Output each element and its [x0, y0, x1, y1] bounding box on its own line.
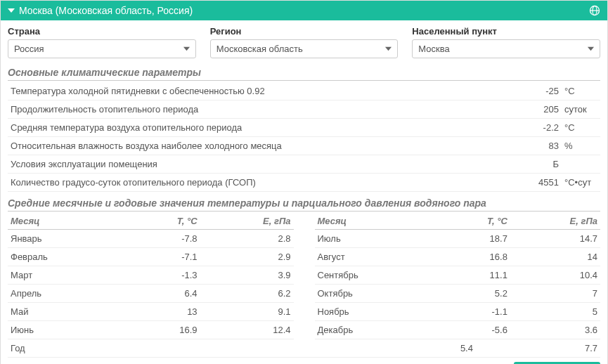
month-t: 16.8 [440, 248, 510, 266]
month-t: -5.6 [440, 321, 510, 339]
param-row: Средняя температура воздуха отопительног… [8, 119, 600, 137]
param-value: -2.2 [514, 119, 562, 137]
month-name: Январь [8, 230, 127, 248]
param-value: 205 [514, 100, 562, 119]
param-name: Средняя температура воздуха отопительног… [8, 119, 514, 137]
col-e: E, гПа [200, 213, 294, 230]
caret-down-icon [8, 7, 15, 14]
month-e: 7 [510, 285, 600, 303]
country-value: Россия [14, 44, 44, 54]
param-unit: °C•сут [562, 174, 600, 192]
month-t: 13 [127, 303, 200, 321]
city-select[interactable]: Москва [412, 39, 600, 58]
chevron-down-icon [183, 46, 190, 52]
param-name: Количество градусо-суток отопительного п… [8, 174, 514, 192]
col-t: T, °C [440, 213, 510, 230]
month-row: Апрель6.46.2 [8, 285, 294, 303]
month-name: Май [8, 303, 127, 321]
svg-marker-4 [183, 47, 190, 51]
month-row: Сентябрь11.110.4 [315, 266, 601, 285]
month-t: 5.2 [440, 285, 510, 303]
param-value: -25 [514, 82, 562, 100]
month-e: 6.2 [200, 285, 294, 303]
param-name: Относительная влажность воздуха наиболее… [8, 137, 514, 155]
month-name: Март [8, 266, 127, 285]
monthly-table-right: Месяц T, °C E, гПа Июль18.714.7Август16.… [315, 213, 601, 339]
city-label: Населенный пункт [412, 26, 600, 37]
param-row: Продолжительность отопительного периода2… [8, 100, 600, 119]
month-row: Июль18.714.7 [315, 230, 601, 248]
chevron-down-icon [588, 46, 594, 52]
monthly-section-title: Средние месячные и годовые значения темп… [8, 197, 600, 212]
year-row: Год 5.4 7.7 [8, 339, 600, 358]
chevron-down-icon [385, 46, 392, 52]
panel-title: Москва (Московская область, Россия) [19, 5, 193, 16]
month-name: Июнь [8, 321, 127, 339]
month-t: 6.4 [127, 285, 200, 303]
param-name: Условия эксплуатации помещения [8, 155, 514, 174]
month-t: 16.9 [127, 321, 200, 339]
month-row: Март-1.33.9 [8, 266, 294, 285]
month-row: Июнь16.912.4 [8, 321, 294, 339]
year-label: Год [8, 339, 304, 357]
month-row: Февраль-7.12.9 [8, 248, 294, 266]
param-row: Количество градусо-суток отопительного п… [8, 174, 600, 192]
col-month: Месяц [315, 213, 441, 230]
year-t: 5.4 [304, 339, 476, 357]
country-select[interactable]: Россия [8, 39, 196, 58]
month-name: Апрель [8, 285, 127, 303]
monthly-table-left: Месяц T, °C E, гПа Январь-7.82.8Февраль-… [8, 213, 294, 339]
month-e: 9.1 [200, 303, 294, 321]
col-t: T, °C [127, 213, 200, 230]
param-unit: суток [562, 100, 600, 119]
param-row: Относительная влажность воздуха наиболее… [8, 137, 600, 155]
month-e: 3.6 [510, 321, 600, 339]
month-row: Декабрь-5.63.6 [315, 321, 601, 339]
month-name: Декабрь [315, 321, 441, 339]
month-name: Октябрь [315, 285, 441, 303]
region-select[interactable]: Московская область [210, 39, 399, 58]
month-e: 3.9 [200, 266, 294, 285]
month-e: 5 [510, 303, 600, 321]
month-t: 18.7 [440, 230, 510, 248]
month-row: Ноябрь-1.15 [315, 303, 601, 321]
svg-marker-0 [8, 8, 15, 13]
params-table: Температура холодной пятидневки с обеспе… [8, 82, 600, 192]
svg-marker-5 [385, 47, 392, 51]
param-name: Продолжительность отопительного периода [8, 100, 514, 119]
month-name: Июль [315, 230, 441, 248]
month-e: 2.9 [200, 248, 294, 266]
month-row: Август16.814 [315, 248, 601, 266]
param-row: Температура холодной пятидневки с обеспе… [8, 82, 600, 100]
param-unit: °C [562, 82, 600, 100]
month-t: 11.1 [440, 266, 510, 285]
svg-marker-6 [588, 47, 594, 51]
month-e: 14.7 [510, 230, 600, 248]
param-value: Б [514, 155, 562, 174]
param-unit [562, 155, 600, 174]
month-row: Май139.1 [8, 303, 294, 321]
month-name: Февраль [8, 248, 127, 266]
year-e: 7.7 [476, 339, 600, 357]
month-e: 12.4 [200, 321, 294, 339]
param-unit: % [562, 137, 600, 155]
month-name: Ноябрь [315, 303, 441, 321]
col-e: E, гПа [510, 213, 600, 230]
region-value: Московская область [216, 44, 303, 54]
country-label: Страна [8, 26, 196, 37]
month-e: 2.8 [200, 230, 294, 248]
month-t: -1.3 [127, 266, 200, 285]
region-label: Регион [210, 26, 399, 37]
param-unit: °C [562, 119, 600, 137]
city-value: Москва [418, 44, 449, 54]
month-row: Январь-7.82.8 [8, 230, 294, 248]
month-row: Октябрь5.27 [315, 285, 601, 303]
param-name: Температура холодной пятидневки с обеспе… [8, 82, 514, 100]
panel-header[interactable]: Москва (Московская область, Россия) [1, 1, 607, 20]
param-value: 4551 [514, 174, 562, 192]
param-value: 83 [514, 137, 562, 155]
month-e: 14 [510, 248, 600, 266]
month-t: -7.8 [127, 230, 200, 248]
month-name: Август [315, 248, 441, 266]
globe-icon[interactable] [589, 5, 600, 16]
